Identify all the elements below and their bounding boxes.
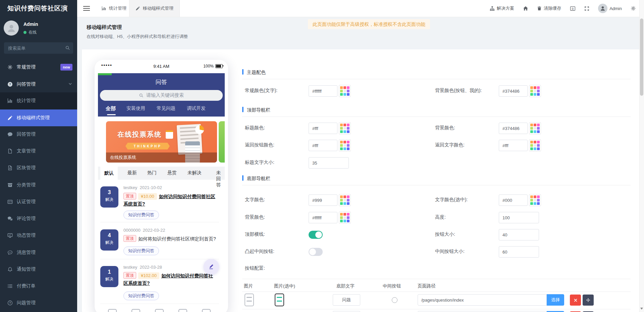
move-row-button[interactable] [583,295,594,306]
foot-height-input[interactable] [499,212,539,223]
sidebar-item-answers[interactable]: 回答管理 [0,126,77,143]
sidebar-item-label: 回答管理 [17,131,36,137]
sidebar: 知识付费问答社区演 Admin 在线 常规管理 new 问答管理 统计管理 移动… [0,0,77,312]
color-picker-button[interactable] [529,122,541,134]
question-meta: testkey 2022-03-28 [123,265,162,270]
hamburger-menu-icon[interactable] [83,6,90,11]
table-header-divider [242,292,631,292]
back-btn-color-input[interactable] [309,140,337,151]
title-font-size-input[interactable] [309,157,349,169]
arrows-move-icon [586,298,590,302]
sidebar-item-statistics[interactable]: 统计管理 [0,92,77,109]
foot-text-color-selected-input[interactable] [499,194,528,206]
gear-icon [7,64,13,70]
sidebar-item-notifications[interactable]: 通知管理 [0,261,77,278]
id-card-icon [7,199,13,205]
tab-mobile-style[interactable]: 移动端样式管理 [129,0,180,17]
label-topnav-bg-color: 背景颜色: [435,125,455,131]
foot-text-color-input[interactable] [309,194,337,206]
sidebar-item-certification[interactable]: 认证管理 [0,193,77,210]
question-title-link[interactable]: 如何访问知识付费问答社区系统首页? [123,194,215,207]
color-picker-button[interactable] [339,85,351,97]
sidebar-item-dynamics[interactable]: 动态管理 [0,227,77,244]
list-icon [7,283,13,289]
battery-icon [215,64,223,68]
edit-style-button[interactable] [204,259,219,274]
normal-color-input[interactable] [309,85,337,97]
sidebar-item-questions[interactable]: 问题管理 [0,295,77,311]
sidebar-item-label: 移动端样式管理 [17,115,50,121]
phone-tab-debug[interactable]: 调试开发 [187,105,206,112]
phone-tab-faq[interactable]: 常见问题 [157,105,175,112]
bottom-text-input[interactable] [333,294,360,306]
sidebar-item-label: 动态管理 [17,232,36,238]
filter-tab-hot[interactable]: 热门 [147,170,157,176]
title-color-input[interactable] [309,123,337,134]
foot-bg-color-input[interactable] [309,212,337,223]
filter-tab-newest[interactable]: 最新 [127,170,137,176]
bg-color-input[interactable] [499,85,528,97]
topnav-bg-color-input[interactable] [499,123,528,134]
color-picker-button[interactable] [529,139,541,151]
search-icon[interactable] [65,45,70,50]
category-pill[interactable]: 知识付费问答 [123,292,159,300]
filter-tab-unsolved[interactable]: 未解决 [187,170,202,176]
top-line-toggle[interactable] [309,231,323,239]
tab-label: 统计管理 [109,5,126,11]
phone-tab-all[interactable]: 全部 [106,105,116,112]
language-button[interactable] [570,6,576,11]
category-pill[interactable]: 知识付费问答 [123,247,159,255]
page-path-input[interactable] [418,294,547,306]
color-picker-button[interactable] [339,122,351,134]
filter-tab-default[interactable]: 默认 [100,167,118,180]
sidebar-item-mobile-style[interactable]: 移动端样式管理 [0,109,77,126]
answer-count: 1 [100,269,118,275]
gear-icon [631,6,636,11]
center-button-radio[interactable] [392,297,397,303]
filter-tab-bounty[interactable]: 悬赏 [167,170,177,176]
sidebar-search-input[interactable] [4,42,73,54]
raised-center-button-toggle[interactable] [309,248,323,256]
tab-icon-preview[interactable] [245,294,254,306]
clear-cache-button[interactable]: 清除缓存 [537,5,561,11]
sidebar-item-messages[interactable]: 消息管理 [0,244,77,261]
sidebar-item-articles[interactable]: 文章管理 [0,143,77,160]
tab-icon-selected-preview[interactable] [275,294,284,306]
sidebar-item-categories[interactable]: 分类管理 [0,177,77,193]
settings-button[interactable] [631,6,636,11]
color-picker-button[interactable] [339,139,351,151]
tab-statistics[interactable]: 统计管理 [96,0,132,17]
question-author: testkey [123,185,137,190]
button-size-input[interactable] [499,229,539,240]
color-picker-button[interactable] [339,194,351,206]
pinned-tag: 置顶 [123,235,136,242]
scrollbar-thumb[interactable] [640,18,643,96]
sidebar-item-qa[interactable]: 问答管理 [0,76,77,93]
fullscreen-button[interactable] [584,6,589,11]
home-button[interactable] [523,6,528,11]
sidebar-item-comments[interactable]: 评论管理 [0,210,77,227]
phone-search-bar[interactable]: 请输入关键词搜索 [100,90,223,101]
col-header-page-path: 页面路径 [418,283,436,289]
select-path-button[interactable]: 选择 [547,294,564,306]
category-pill[interactable]: 知识付费问答 [123,211,159,219]
center-button-size-input[interactable] [499,246,539,258]
sidebar-item-paid-orders[interactable]: 付费订单 [0,278,77,295]
back-text-color-input[interactable] [499,140,528,151]
color-picker-button[interactable] [529,85,541,97]
question-title-link[interactable]: 如何访问知识付费问答社区系统首页? [123,273,213,286]
question-title[interactable]: 如何将知识付费问答社区绑定到首页? [138,236,216,241]
delete-row-button[interactable] [570,295,581,306]
solution-button[interactable]: 解决方案 [490,5,514,11]
color-picker-button[interactable] [339,212,351,224]
scrollbar-down-arrow[interactable] [640,308,643,310]
color-picker-button[interactable] [529,194,541,206]
sidebar-item-blocks[interactable]: 区块管理 [0,160,77,176]
phone-nav-header: 问答 请输入关键词搜索 全部 安装使用 常见问题 调试开发 [98,73,225,117]
user-menu[interactable]: Admin [598,4,622,13]
label-back-btn-color: 返回按钮颜色: [245,142,274,148]
pencil-icon [208,264,214,270]
carousel-banner[interactable]: 在线投票系统 THINKPHP 在线投票系统 [106,121,217,163]
filter-tab-unanswered[interactable]: 未回答 [216,170,222,188]
phone-tab-install[interactable]: 安装使用 [126,105,145,112]
